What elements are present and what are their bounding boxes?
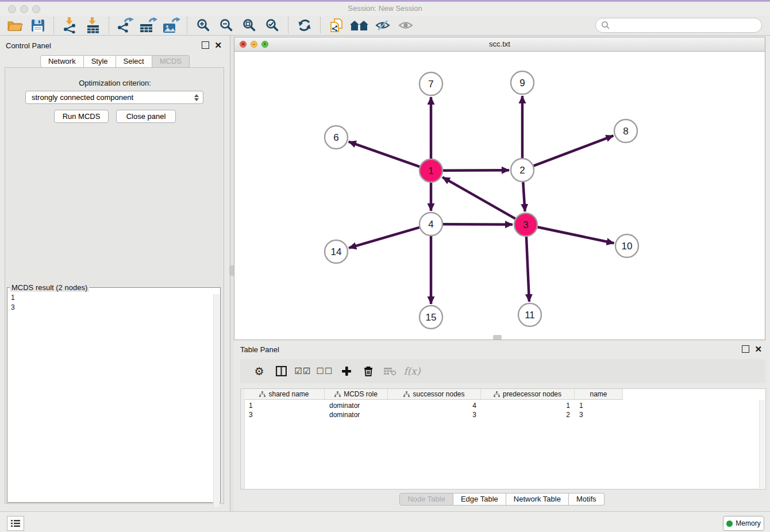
export-image-button[interactable] bbox=[160, 16, 183, 34]
deselect-all-columns-button[interactable]: ☐☐ bbox=[314, 366, 336, 376]
tab-mcds[interactable]: MCDS bbox=[152, 55, 190, 68]
column-header-label: predecessor nodes bbox=[503, 390, 561, 398]
cell-predecessor-nodes[interactable]: 1 bbox=[481, 401, 575, 410]
graph-edge-3-1[interactable] bbox=[442, 177, 515, 218]
refresh-button[interactable] bbox=[293, 16, 316, 34]
column-header-predecessor-nodes[interactable]: predecessor nodes bbox=[481, 389, 575, 400]
unchecked-boxes-icon: ☐☐ bbox=[317, 366, 333, 376]
column-header-label: MCDS role bbox=[344, 390, 378, 398]
zoom-in-button[interactable] bbox=[192, 16, 215, 34]
tab-select[interactable]: Select bbox=[116, 55, 152, 68]
graph-edge-1-2[interactable] bbox=[443, 170, 509, 171]
stepper-arrows-icon bbox=[194, 94, 199, 101]
column-header-name[interactable]: name bbox=[575, 389, 623, 400]
gear-icon: ⚙ bbox=[254, 365, 264, 378]
graph-edge-4-3[interactable] bbox=[443, 224, 513, 225]
graph-node-label-2: 2 bbox=[519, 165, 525, 176]
network-minimize-icon[interactable]: − bbox=[251, 41, 257, 48]
cell-shared-name[interactable]: 3 bbox=[244, 410, 325, 419]
float-table-panel-icon[interactable] bbox=[742, 345, 749, 353]
hide-selected-button[interactable] bbox=[371, 16, 394, 34]
zoom-window-icon[interactable] bbox=[32, 5, 40, 13]
table-settings-button[interactable]: ⚙ bbox=[248, 365, 270, 378]
hierarchy-icon bbox=[259, 391, 265, 398]
tab-node-table[interactable]: Node Table bbox=[399, 493, 453, 506]
function-builder-button[interactable]: f(x) bbox=[401, 365, 423, 377]
zoom-out-button[interactable] bbox=[215, 16, 238, 34]
mcds-result-scrollbar[interactable] bbox=[213, 294, 220, 507]
tab-style[interactable]: Style bbox=[84, 55, 116, 68]
export-table-button[interactable] bbox=[137, 16, 160, 34]
trash-icon bbox=[364, 366, 373, 376]
graph-edge-1-6[interactable] bbox=[349, 142, 419, 167]
horizontal-splitter-handle[interactable] bbox=[493, 335, 502, 340]
tab-motifs[interactable]: Motifs bbox=[569, 493, 605, 506]
cell-name[interactable]: 1 bbox=[575, 401, 623, 410]
cell-mcds-role[interactable]: dominator bbox=[325, 401, 388, 410]
graph-edge-2-3[interactable] bbox=[523, 182, 525, 211]
cell-predecessor-nodes[interactable]: 2 bbox=[481, 410, 575, 419]
cell-shared-name[interactable]: 1 bbox=[244, 401, 325, 410]
table-header-row: shared nameMCDS rolesuccessor nodesprede… bbox=[244, 389, 623, 400]
cell-name[interactable]: 3 bbox=[575, 410, 623, 419]
tab-network[interactable]: Network bbox=[40, 55, 84, 68]
memory-status-icon bbox=[726, 521, 733, 527]
close-panel-icon[interactable]: ✕ bbox=[214, 42, 222, 48]
zoom-selected-button[interactable] bbox=[261, 16, 284, 34]
new-network-from-selection-button[interactable] bbox=[325, 16, 348, 34]
cell-mcds-role[interactable]: dominator bbox=[325, 410, 388, 419]
add-row-button[interactable] bbox=[336, 366, 357, 376]
criterion-dropdown[interactable]: strongly connected component bbox=[25, 91, 203, 104]
column-header-shared-name[interactable]: shared name bbox=[244, 389, 325, 400]
graph-node-label-4: 4 bbox=[428, 219, 433, 230]
select-all-columns-button[interactable]: ☑☑ bbox=[292, 366, 314, 376]
save-session-button[interactable] bbox=[26, 16, 49, 34]
network-close-icon[interactable]: ✕ bbox=[240, 41, 247, 48]
column-header-successor-nodes[interactable]: successor nodes bbox=[388, 389, 481, 400]
task-history-button[interactable] bbox=[7, 516, 24, 531]
eye-slash-icon bbox=[375, 19, 390, 32]
column-header-mcds-role[interactable]: MCDS role bbox=[325, 389, 388, 400]
tab-network-table[interactable]: Network Table bbox=[506, 493, 569, 506]
show-all-button[interactable] bbox=[394, 16, 417, 34]
export-network-button[interactable] bbox=[114, 16, 137, 34]
close-window-icon[interactable] bbox=[8, 5, 16, 13]
split-view-button[interactable] bbox=[270, 366, 292, 376]
mcds-result-title: MCDS result (2 nodes) bbox=[10, 283, 89, 292]
graph-edge-4-14[interactable] bbox=[349, 228, 419, 248]
tab-edge-table[interactable]: Edge Table bbox=[453, 493, 506, 506]
table-row[interactable]: 1dominator411 bbox=[244, 401, 623, 410]
column-header-label: successor nodes bbox=[413, 390, 464, 398]
import-network-button[interactable] bbox=[59, 16, 82, 34]
network-window-title: scc.txt bbox=[234, 37, 765, 51]
table-scrollbar[interactable] bbox=[759, 400, 765, 488]
run-mcds-button[interactable]: Run MCDS bbox=[54, 110, 109, 123]
toolbar-separator bbox=[109, 17, 110, 33]
zoom-fit-button[interactable] bbox=[238, 16, 261, 34]
hierarchy-icon bbox=[334, 391, 341, 398]
network-maximize-icon[interactable]: + bbox=[261, 41, 268, 48]
plus-icon bbox=[341, 366, 352, 376]
graph-edge-2-8[interactable] bbox=[534, 136, 614, 165]
node-table[interactable]: shared nameMCDS rolesuccessor nodesprede… bbox=[240, 388, 766, 489]
network-graph-canvas[interactable]: 7968124314101511 bbox=[234, 52, 765, 340]
graph-node-label-11: 11 bbox=[525, 310, 535, 321]
toolbar-separator bbox=[320, 17, 321, 33]
graph-node-label-6: 6 bbox=[333, 132, 338, 143]
table-row[interactable]: 3dominator323 bbox=[244, 410, 623, 419]
cell-successor-nodes[interactable]: 3 bbox=[388, 410, 481, 419]
delete-row-button[interactable] bbox=[357, 366, 379, 376]
home-button[interactable] bbox=[348, 16, 371, 34]
search-input[interactable] bbox=[595, 18, 762, 33]
minimize-window-icon[interactable] bbox=[20, 5, 28, 13]
memory-button[interactable]: Memory bbox=[723, 516, 764, 531]
delete-table-button[interactable] bbox=[379, 367, 401, 376]
cell-successor-nodes[interactable]: 4 bbox=[388, 401, 481, 410]
graph-edge-3-10[interactable] bbox=[538, 227, 614, 243]
open-session-button[interactable] bbox=[3, 16, 26, 34]
import-table-button[interactable] bbox=[82, 16, 105, 34]
graph-edge-3-11[interactable] bbox=[526, 237, 529, 302]
float-panel-icon[interactable] bbox=[202, 41, 209, 49]
close-panel-button[interactable]: Close panel bbox=[116, 110, 176, 123]
close-table-panel-icon[interactable]: ✕ bbox=[754, 346, 762, 352]
